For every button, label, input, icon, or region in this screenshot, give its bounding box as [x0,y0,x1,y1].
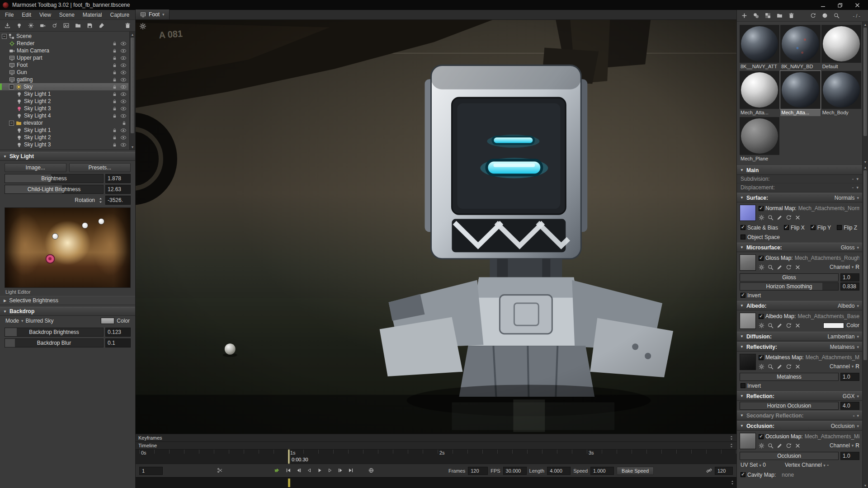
channel-dropdown[interactable]: Channel▾R [830,264,859,270]
import-model-button[interactable] [2,21,13,30]
section-diffusion[interactable]: ▼Diffusion:Lambertian▾ [737,332,862,341]
uv-set-dropdown[interactable]: UV Set ▾ 0 [741,462,766,468]
current-frame-field[interactable]: 1 [139,467,163,475]
loop-playback-button[interactable] [272,466,281,475]
scroll-down-icon[interactable]: ▼ [863,483,868,488]
tree-item-scene[interactable]: −Scene [0,33,128,40]
visibility-eye-icon[interactable] [120,91,127,97]
frames-field[interactable]: 120 [468,467,488,475]
lock-icon[interactable] [112,113,117,118]
map-thumbnail[interactable] [740,433,756,449]
tree-item-sky-light-3[interactable]: Sky Light 3 [0,105,128,112]
fps-field[interactable]: 30.000 [503,467,527,475]
sky-light-pin[interactable] [52,233,58,239]
paint-tool-button[interactable] [96,21,107,30]
step-forward-button[interactable] [326,466,335,475]
map-pencil-button[interactable] [777,364,783,370]
secondary-reflection-mode-dropdown[interactable]: -▾ [853,413,859,419]
albedo-color-swatch[interactable] [823,323,844,328]
world-button[interactable] [367,466,376,475]
map-gear-button[interactable] [759,364,764,370]
map-enable-checkbox[interactable] [759,314,764,319]
tree-item-sky-light-4[interactable]: Sky Light 4 [0,112,128,119]
map-magnifier-button[interactable] [768,264,774,270]
tree-item-foot[interactable]: Foot [0,61,128,69]
tree-item-upper-part[interactable]: Upper part [0,54,128,61]
lock-icon[interactable] [112,63,117,68]
keyframes-track[interactable]: Keyframes [136,434,736,441]
add-backdrop-image-button[interactable] [61,21,71,30]
lock-icon[interactable] [112,70,117,75]
refresh-previews-button[interactable] [808,11,818,20]
material-thumb-mech-atta[interactable]: Mech_Atta... [740,71,779,116]
map-refresh-button[interactable] [786,364,792,370]
lock-icon[interactable] [112,135,117,140]
horizon-occlusion-value[interactable]: 4.0 [840,402,859,410]
material-thumb-default[interactable]: Default [821,25,861,70]
material-thumb-mech-plane[interactable]: Mech_Plane [740,117,779,162]
split-keyframes-button[interactable] [215,466,225,475]
tree-item-render[interactable]: Render [0,40,128,47]
sky-light-pin[interactable] [82,222,88,229]
checkbox-scale-bias[interactable] [741,225,745,230]
tree-expander[interactable]: − [9,84,14,89]
backdrop-section-header[interactable]: ▼ Backdrop [0,307,135,316]
step-back-button[interactable] [305,466,314,475]
map-enable-checkbox[interactable] [759,256,764,261]
occlusion-slider[interactable]: Occlusion [740,452,839,460]
map-magnifier-button[interactable] [768,443,774,449]
search-materials-button[interactable] [831,11,842,20]
viewport-tab-foot[interactable]: Foot ▾ [136,9,170,19]
reflection-mode-dropdown[interactable]: GGX▾ [843,393,859,399]
selective-brightness-section[interactable]: ▶ Selective Brightness [0,296,135,305]
end-frame-field[interactable]: 120 [715,467,733,475]
preview-sphere-button[interactable] [820,11,830,20]
map-close-button[interactable] [795,215,801,221]
play-button[interactable] [315,466,325,475]
map-magnifier-button[interactable] [768,215,774,221]
tree-item-gun[interactable]: Gun [0,69,128,76]
checkbox-invert[interactable] [741,293,745,298]
section-main[interactable]: ▼Main [737,165,862,175]
link-icon[interactable] [706,468,712,474]
map-enable-checkbox[interactable] [759,206,764,211]
section-microsurface[interactable]: ▼Microsurface:Gloss▾ [737,243,862,252]
map-gear-button[interactable] [759,443,764,449]
menu-edit[interactable]: Edit [18,12,35,18]
scroll-thumb[interactable] [131,38,134,133]
map-thumbnail[interactable] [740,313,756,329]
speed-field[interactable]: 1.000 [590,467,614,475]
tree-expander[interactable]: − [2,34,7,39]
child-light-brightness-value[interactable]: 12.63 [105,185,131,194]
diffusion-mode-dropdown[interactable]: Lambertian▾ [827,333,859,340]
duplicate-material-button[interactable] [751,11,761,20]
checkbox-flip-z[interactable] [837,225,842,230]
length-field[interactable]: 4.000 [547,467,571,475]
menu-material[interactable]: Material [79,12,106,18]
visibility-eye-icon[interactable] [120,142,127,148]
open-scene-folder-button[interactable] [73,21,83,30]
visibility-eye-icon[interactable] [120,84,127,90]
sky-light-section-header[interactable]: ▼ Sky Light [0,152,135,161]
lock-icon[interactable] [112,106,117,111]
menu-file[interactable]: File [1,12,18,18]
occlusion-mode-dropdown[interactable]: Occlusion▾ [831,423,859,429]
scroll-thumb[interactable] [863,170,867,360]
map-close-button[interactable] [795,264,801,270]
add-camera-button[interactable] [38,21,48,30]
visibility-eye-icon[interactable] [120,62,127,68]
sky-light-pin[interactable] [98,218,104,225]
visibility-eye-icon[interactable] [120,135,127,141]
section-reflectivity[interactable]: ▼Reflectivity:Metalness▾ [737,342,862,352]
scroll-up-icon[interactable]: ▲ [130,32,135,37]
map-refresh-button[interactable] [786,443,792,449]
map-close-button[interactable] [795,364,801,370]
horizon-smoothing-value[interactable]: 0.838 [840,282,859,291]
map-refresh-button[interactable] [786,323,792,328]
visibility-eye-icon[interactable] [120,113,127,119]
albedo-mode-dropdown[interactable]: Albedo▾ [838,303,859,309]
lock-icon[interactable] [112,142,117,147]
reflectivity-mode-dropdown[interactable]: Metalness▾ [830,344,859,350]
minimize-button[interactable] [815,1,831,9]
track-resize-icon[interactable] [730,480,735,485]
